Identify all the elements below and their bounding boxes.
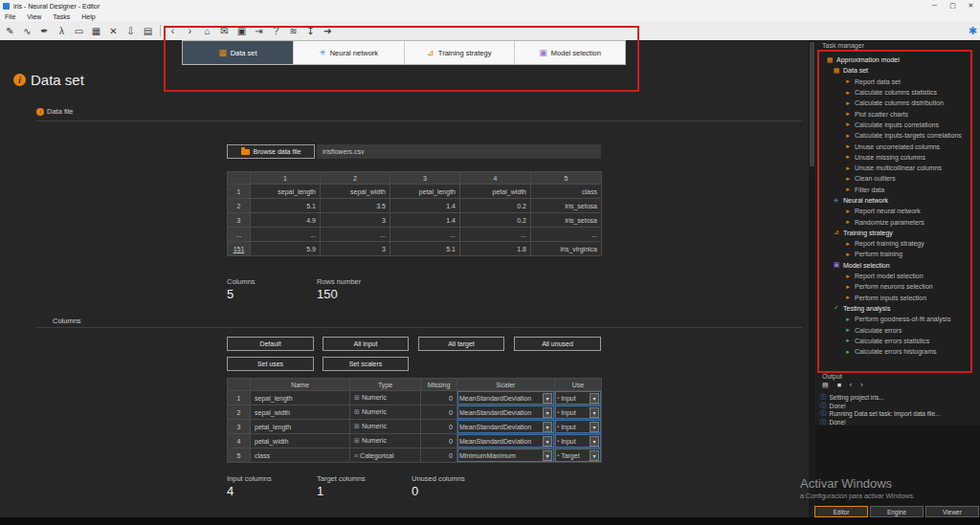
help-icon[interactable]: ? bbox=[271, 26, 281, 36]
chevron-down-icon[interactable]: ▾ bbox=[590, 450, 599, 461]
maximize-button[interactable]: ▢ bbox=[944, 0, 962, 11]
col-header[interactable]: 2 bbox=[321, 172, 390, 185]
viewer-tab[interactable]: Viewer bbox=[925, 506, 979, 517]
task-item[interactable]: ▸Calculate columns statistics bbox=[818, 87, 975, 98]
missing-cell[interactable]: 0 bbox=[421, 391, 457, 405]
report-icon[interactable]: ▤ bbox=[143, 26, 153, 36]
task-item[interactable]: ▸Calculate errors statistics bbox=[818, 336, 975, 346]
chevron-down-icon[interactable]: ▾ bbox=[590, 422, 599, 432]
use-dropdown[interactable]: ▪Target▾ bbox=[555, 448, 602, 463]
tab-data-set[interactable]: ▦Data set bbox=[183, 41, 294, 64]
task-item[interactable]: ▸Report model selection bbox=[818, 271, 975, 281]
chevron-down-icon[interactable]: ▾ bbox=[543, 407, 552, 418]
scaler-dropdown[interactable]: MeanStandardDeviation▾ bbox=[457, 391, 555, 405]
use-dropdown[interactable]: ▪Input▾ bbox=[555, 420, 602, 434]
task-item[interactable]: ▸Clean outliers bbox=[818, 173, 975, 184]
missing-cell[interactable]: 0 bbox=[421, 420, 457, 434]
download-icon[interactable]: ↧ bbox=[305, 26, 316, 36]
home-icon[interactable]: ⌂ bbox=[202, 26, 212, 36]
all-input-button[interactable]: All input bbox=[323, 337, 409, 351]
task-item[interactable]: ▸Randomize parameters bbox=[818, 216, 975, 227]
column-name-cell[interactable]: class bbox=[251, 448, 350, 463]
back-icon[interactable]: ‹ bbox=[167, 26, 178, 36]
menu-file[interactable]: File bbox=[5, 13, 15, 20]
row-index[interactable]: 5 bbox=[228, 448, 251, 463]
all-unused-button[interactable]: All unused bbox=[514, 337, 601, 351]
forward-icon[interactable]: › bbox=[185, 26, 195, 36]
task-group-model-selection[interactable]: ▣Model selection bbox=[818, 260, 975, 271]
scaler-dropdown[interactable]: MeanStandardDeviation▾ bbox=[457, 405, 555, 420]
task-root-approximation-model[interactable]: ▦Approximation model bbox=[818, 55, 975, 65]
column-name-cell[interactable]: petal_width bbox=[251, 434, 350, 448]
task-item[interactable]: ▸Calculate inputs-targets correlations bbox=[818, 130, 975, 141]
grid-icon[interactable]: ▦ bbox=[91, 26, 101, 36]
task-item[interactable]: ▸Calculate errors histograms bbox=[818, 346, 975, 357]
row-index[interactable]: 2 bbox=[228, 405, 251, 420]
row-index[interactable]: 1 bbox=[228, 185, 251, 199]
task-group-training-strategy[interactable]: ⊿Training strategy bbox=[818, 228, 975, 238]
row-index[interactable]: 2 bbox=[228, 199, 251, 213]
chevron-down-icon[interactable]: ▾ bbox=[590, 407, 599, 418]
set-scalers-button[interactable]: Set scalers bbox=[323, 357, 409, 371]
column-name-cell[interactable]: sepal_length bbox=[251, 391, 350, 405]
menu-tasks[interactable]: Tasks bbox=[53, 13, 70, 20]
scaler-dropdown[interactable]: MeanStandardDeviation▾ bbox=[457, 434, 555, 448]
vertical-scrollbar[interactable] bbox=[809, 40, 815, 525]
task-item[interactable]: ▸Report neural network bbox=[818, 206, 975, 216]
menu-help[interactable]: Help bbox=[81, 13, 95, 20]
next-icon[interactable]: › bbox=[860, 382, 862, 389]
browse-data-file-button[interactable]: Browse data file bbox=[227, 144, 315, 159]
task-item[interactable]: ▸Perform inputs selection bbox=[818, 293, 975, 303]
row-index[interactable]: 4 bbox=[228, 434, 251, 448]
row-index[interactable]: 1 bbox=[228, 391, 251, 405]
import-icon[interactable]: ⇩ bbox=[125, 26, 136, 36]
task-item[interactable]: ▸Filter data bbox=[818, 185, 975, 195]
missing-cell[interactable]: 0 bbox=[421, 405, 457, 420]
col-header[interactable]: 5 bbox=[531, 172, 602, 185]
rectangle-icon[interactable]: ▭ bbox=[74, 26, 84, 36]
column-type-cell[interactable]: ⊞Numeric bbox=[350, 434, 421, 448]
chevron-down-icon[interactable]: ▾ bbox=[590, 436, 599, 447]
run-icon[interactable]: ➔ bbox=[323, 26, 333, 36]
set-uses-button[interactable]: Set uses bbox=[227, 357, 314, 371]
scrollbar-thumb[interactable] bbox=[810, 42, 814, 166]
minimize-button[interactable]: ─ bbox=[925, 0, 944, 11]
tab-training-strategy[interactable]: ⊿Training strategy bbox=[405, 41, 516, 64]
pencil-icon[interactable]: ✎ bbox=[5, 26, 15, 36]
use-dropdown[interactable]: ▪Input▾ bbox=[555, 434, 602, 448]
chevron-down-icon[interactable]: ▾ bbox=[543, 450, 552, 461]
use-dropdown[interactable]: ▪Input▾ bbox=[555, 405, 602, 420]
close-button[interactable]: ✕ bbox=[962, 0, 980, 11]
task-group-neural-network[interactable]: ✳Neural network bbox=[818, 195, 975, 206]
column-type-cell[interactable]: ⊞Numeric bbox=[350, 420, 421, 434]
app-notification-icon[interactable]: ✱ bbox=[969, 25, 977, 37]
scaler-dropdown[interactable]: MinimumMaximum▾ bbox=[457, 448, 555, 463]
col-header-use[interactable]: Use bbox=[555, 379, 602, 391]
chevron-down-icon[interactable]: ▾ bbox=[543, 393, 552, 404]
data-file-name-field[interactable]: irisflowers.csv bbox=[317, 144, 601, 159]
task-item[interactable]: ▸Unuse multicollinear columns bbox=[818, 163, 975, 173]
col-header-missing[interactable]: Missing bbox=[421, 379, 457, 391]
task-item[interactable]: ▸Calculate columns distribution bbox=[818, 98, 975, 108]
chevron-down-icon[interactable]: ▾ bbox=[543, 436, 552, 447]
prev-icon[interactable]: ‹ bbox=[850, 382, 852, 389]
col-header[interactable]: 1 bbox=[251, 172, 321, 185]
column-name-cell[interactable]: sepal_width bbox=[251, 405, 350, 420]
editor-tab[interactable]: Editor bbox=[814, 506, 868, 517]
col-header-name[interactable]: Name bbox=[251, 379, 350, 391]
task-group-testing-analysis[interactable]: ✓Testing analysis bbox=[818, 303, 975, 314]
col-header-type[interactable]: Type bbox=[350, 379, 421, 391]
task-item[interactable]: ▸Calculate inputs correlations bbox=[818, 120, 975, 130]
column-type-cell[interactable]: ⊞Numeric bbox=[350, 391, 421, 405]
task-group-data-set[interactable]: ▦Data set bbox=[818, 65, 975, 76]
row-index[interactable]: 3 bbox=[228, 420, 251, 434]
task-item[interactable]: ▸Calculate errors bbox=[818, 324, 975, 335]
column-name-cell[interactable]: petal_length bbox=[251, 420, 350, 434]
col-header-scaler[interactable]: Scaler bbox=[457, 379, 555, 391]
row-index[interactable]: ... bbox=[228, 228, 251, 242]
col-header[interactable]: 4 bbox=[460, 172, 531, 185]
task-item[interactable]: ▸Perform goodness-of-fit analysis bbox=[818, 314, 975, 324]
curve-icon[interactable]: ∿ bbox=[22, 26, 33, 36]
pen-icon[interactable]: ✒ bbox=[39, 26, 50, 36]
task-item[interactable]: ▸Report training strategy bbox=[818, 238, 975, 249]
